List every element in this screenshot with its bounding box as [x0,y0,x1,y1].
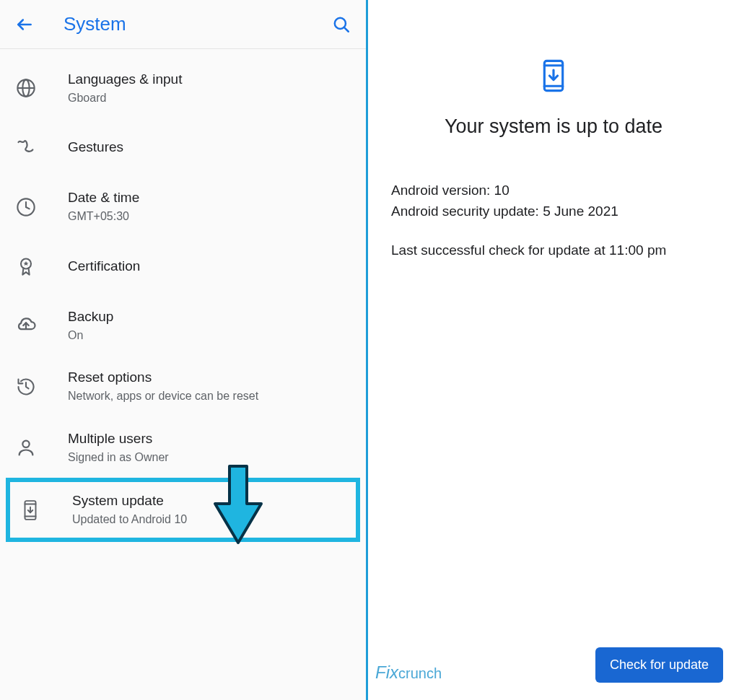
update-details: Android version: 10 Android security upd… [368,138,739,261]
settings-item-backup[interactable]: Backup On [0,295,366,356]
back-button[interactable] [13,13,36,36]
last-check-text: Last successful check for update at 11:0… [391,240,716,261]
setting-title: System update [72,492,187,510]
setting-title: Gestures [68,139,123,157]
setting-title: Languages & input [68,71,182,89]
cloud-upload-icon [14,314,38,337]
settings-item-system-update[interactable]: System update Updated to Android 10 [10,482,356,537]
system-update-icon [19,499,42,522]
settings-item-reset[interactable]: Reset options Network, apps or device ca… [0,356,366,416]
page-title: System [64,13,126,35]
settings-item-date-time[interactable]: Date & time GMT+05:30 [0,176,366,237]
gesture-icon [14,136,38,159]
watermark-text: Fixcrunch [375,662,442,683]
annotation-arrow-icon [209,462,267,548]
setting-title: Multiple users [68,430,169,448]
setting-title: Certification [68,258,140,276]
settings-list: Languages & input Gboard Gestures [0,49,366,700]
search-button[interactable] [330,13,353,36]
highlight-box: System update Updated to Android 10 [6,478,360,541]
update-hero: Your system is up to date [368,0,739,138]
android-version-text: Android version: 10 [391,180,716,201]
setting-subtitle: Network, apps or device can be reset [68,389,258,404]
update-status-title: Your system is up to date [390,115,717,138]
system-update-pane: Your system is up to date Android versio… [368,0,739,700]
globe-icon [14,76,38,100]
setting-subtitle: GMT+05:30 [68,209,139,224]
restore-icon [14,375,38,398]
clock-icon [14,196,38,219]
settings-item-certification[interactable]: Certification [0,237,366,295]
settings-item-gestures[interactable]: Gestures [0,118,366,176]
award-icon [14,255,38,278]
setting-title: Backup [68,308,113,326]
user-icon [14,436,38,459]
setting-title: Reset options [68,369,258,387]
setting-subtitle: On [68,328,113,344]
setting-subtitle: Gboard [68,91,182,106]
settings-item-languages[interactable]: Languages & input Gboard [0,58,366,118]
bottom-bar: Fixcrunch Check for update [368,647,739,690]
settings-item-multiple-users[interactable]: Multiple users Signed in as Owner [0,417,366,478]
header-bar: System [0,0,366,49]
setting-subtitle: Updated to Android 10 [72,512,187,528]
system-settings-pane: System Languages & input Gboard [0,0,368,700]
svg-point-9 [22,441,29,447]
setting-subtitle: Signed in as Owner [68,450,169,465]
device-update-icon [539,56,568,95]
setting-title: Date & time [68,189,139,207]
security-update-text: Android security update: 5 June 2021 [391,201,716,222]
svg-line-2 [344,27,349,31]
check-for-update-button[interactable]: Check for update [595,647,723,683]
